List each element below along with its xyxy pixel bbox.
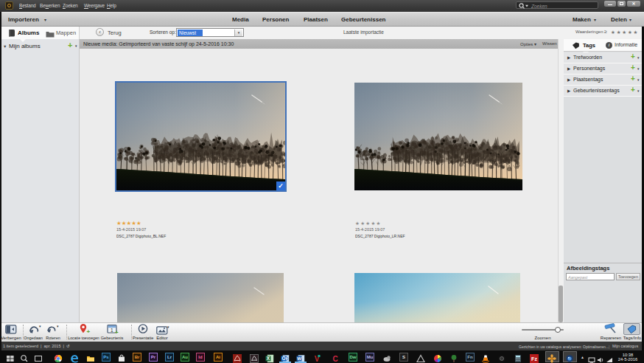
svg-text:O: O xyxy=(281,356,285,361)
svg-text:X: X xyxy=(267,356,270,361)
svg-text:+: + xyxy=(115,329,119,334)
svg-text:+: + xyxy=(87,328,91,334)
svg-text:W: W xyxy=(297,356,301,361)
svg-text:Fz: Fz xyxy=(531,356,537,362)
svg-text:C: C xyxy=(332,355,337,363)
svg-text:1: 1 xyxy=(111,328,113,333)
